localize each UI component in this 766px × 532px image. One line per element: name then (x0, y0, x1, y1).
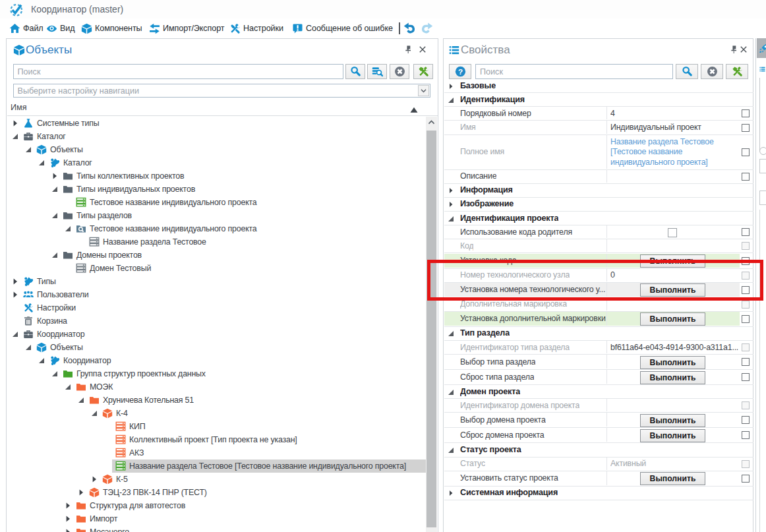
expander-collapsed-icon[interactable] (12, 120, 18, 127)
row-checkbox[interactable] (742, 401, 750, 409)
tree-row[interactable]: Каталог (7, 130, 427, 143)
property-group-row[interactable]: Идентификация (444, 93, 753, 107)
execute-button[interactable]: Выполнить (640, 371, 705, 384)
property-row[interactable]: Идентификатор домена проекта (444, 399, 753, 413)
expander-expanded-icon[interactable] (448, 330, 454, 337)
property-row[interactable]: Сброс типа разделаВыполнить (444, 370, 753, 385)
expander-collapsed-icon[interactable] (91, 476, 98, 483)
expander-expanded-icon[interactable] (51, 186, 58, 192)
menu-item-5[interactable]: Настройки (229, 20, 283, 36)
expander-expanded-icon[interactable] (65, 384, 71, 390)
property-group-row[interactable]: Информация (444, 184, 753, 198)
property-row[interactable]: Использование кода родителя (444, 225, 753, 239)
scrollbar-up-icon[interactable] (426, 117, 437, 128)
property-row[interactable]: Установить статус проектаВыполнить (444, 471, 753, 487)
help-button[interactable]: ? (449, 64, 471, 79)
tree-row[interactable]: АКЗ (7, 446, 427, 459)
objects-search-input[interactable]: Поиск (13, 64, 343, 79)
tree-row[interactable]: Группа структур проектных данных (7, 367, 427, 380)
tree-row[interactable]: Корзина (7, 314, 427, 328)
tree-row[interactable]: Мосэнерго (7, 525, 427, 532)
column-divider[interactable] (606, 471, 607, 485)
tree-row[interactable]: Типы (7, 275, 427, 288)
column-divider[interactable] (606, 458, 607, 470)
expander-expanded-icon[interactable] (51, 370, 58, 377)
expander-expanded-icon[interactable] (25, 146, 32, 153)
property-group-row[interactable]: Домен проекта (444, 385, 753, 399)
column-divider[interactable] (606, 107, 607, 119)
expander-expanded-icon[interactable] (448, 389, 454, 396)
row-checkbox[interactable] (742, 148, 750, 156)
property-row[interactable]: Установка дополнительной маркировкиВыпол… (444, 312, 753, 327)
tree-row[interactable]: Типы разделов (7, 209, 427, 222)
clear-search-button[interactable] (390, 64, 409, 79)
row-checkbox[interactable] (742, 301, 750, 309)
column-divider[interactable] (606, 225, 607, 238)
column-divider[interactable] (606, 428, 607, 442)
expander-expanded-icon[interactable] (12, 133, 18, 140)
tree-row[interactable]: Системные типы (7, 117, 427, 130)
tree-row[interactable]: Название раздела Тестовое (7, 235, 427, 249)
search-settings-button[interactable] (726, 64, 748, 79)
expander-expanded-icon[interactable] (91, 410, 98, 417)
row-checkbox[interactable] (742, 343, 750, 351)
expander-expanded-icon[interactable] (12, 331, 18, 338)
tree-row[interactable]: Домен Тестовый (7, 262, 427, 275)
property-group-row[interactable]: Изображение (444, 198, 753, 212)
tree-row[interactable]: К-5 (7, 473, 427, 486)
navigation-setting-select[interactable]: Выберите настройку навигации (13, 84, 430, 98)
property-row[interactable]: Порядковый номер4 (444, 107, 753, 121)
expander-expanded-icon[interactable] (51, 252, 58, 258)
column-divider[interactable] (606, 341, 607, 353)
value-checkbox[interactable] (668, 228, 677, 237)
tree-row[interactable]: Координатор (7, 354, 427, 367)
property-row[interactable]: ИмяИндивидуальный проект (444, 121, 753, 134)
row-checkbox[interactable] (742, 358, 750, 366)
execute-button[interactable]: Выполнить (640, 429, 705, 442)
row-checkbox[interactable] (742, 109, 750, 117)
tree-row[interactable]: Хруничева Котельная 51 (7, 394, 427, 407)
tree-row[interactable]: Структура для автотестов (7, 499, 427, 512)
property-row[interactable]: Полное имяНазвание раздела Тестовое[Тест… (444, 135, 753, 170)
property-group-row[interactable]: Идентификация проекта (444, 212, 753, 225)
tree-row[interactable]: Название раздела Тестовое [Тестовое назв… (7, 459, 427, 473)
execute-button[interactable]: Выполнить (640, 312, 705, 326)
expander-expanded-icon[interactable] (448, 216, 454, 222)
row-checkbox[interactable] (742, 416, 750, 424)
expander-collapsed-icon[interactable] (65, 502, 71, 509)
expander-expanded-icon[interactable] (78, 397, 84, 403)
close-icon[interactable] (739, 45, 748, 54)
tree-row[interactable]: Коллективный проект [Тип проекта не указ… (7, 433, 427, 446)
pin-icon[interactable] (403, 45, 413, 54)
search-settings-button[interactable] (413, 64, 433, 79)
search-button[interactable] (676, 64, 698, 79)
column-divider[interactable] (606, 121, 607, 133)
tree-row[interactable]: Каталог (7, 156, 427, 169)
tree-row[interactable]: Тестовое название индивидуального проект… (7, 196, 427, 209)
property-row[interactable]: Выбор типа разделаВыполнить (444, 355, 753, 370)
row-checkbox[interactable] (742, 431, 750, 439)
advanced-search-button[interactable] (367, 64, 387, 79)
expander-expanded-icon[interactable] (448, 97, 454, 103)
row-checkbox[interactable] (742, 242, 750, 250)
tree-row[interactable]: Импорт (7, 512, 427, 525)
expander-collapsed-icon[interactable] (65, 529, 71, 532)
row-checkbox[interactable] (742, 124, 750, 132)
expander-collapsed-icon[interactable] (448, 490, 454, 496)
expander-expanded-icon[interactable] (38, 160, 45, 166)
tree-scrollbar[interactable] (426, 117, 437, 532)
column-divider[interactable] (606, 135, 607, 169)
menu-item-3[interactable]: Компоненты (81, 20, 142, 36)
expander-expanded-icon[interactable] (51, 212, 58, 219)
property-group-row[interactable]: Статус проекта (444, 443, 753, 457)
row-checkbox[interactable] (742, 475, 750, 483)
tree-row[interactable]: Координатор (7, 328, 427, 341)
menu-item-6[interactable]: Сообщение об ошибке (292, 20, 393, 36)
column-divider[interactable] (606, 170, 607, 183)
expander-expanded-icon[interactable] (38, 357, 45, 364)
property-row[interactable]: Сброс домена проектаВыполнить (444, 428, 753, 443)
expander-collapsed-icon[interactable] (78, 489, 84, 496)
row-checkbox[interactable] (742, 228, 750, 236)
expander-expanded-icon[interactable] (448, 447, 454, 454)
execute-button[interactable]: Выполнить (640, 414, 705, 427)
